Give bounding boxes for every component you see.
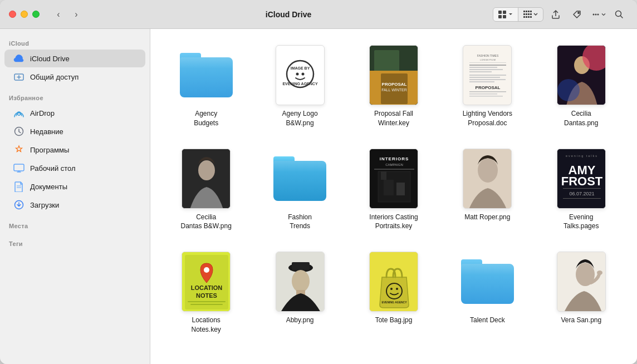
sidebar-item-downloads[interactable]: Загрузки bbox=[4, 196, 145, 214]
svg-rect-65 bbox=[374, 169, 414, 170]
file-name: LocationsNotes.key bbox=[192, 316, 221, 335]
sidebar-item-label: Общий доступ bbox=[30, 73, 79, 81]
svg-rect-51 bbox=[469, 81, 494, 82]
file-thumbnail bbox=[457, 251, 518, 312]
svg-rect-76 bbox=[563, 188, 601, 189]
svg-rect-8 bbox=[523, 13, 525, 15]
file-thumbnail bbox=[270, 251, 331, 312]
file-item-proposal-fall[interactable]: PROPOSAL FALL WINTER Proposal FallWinter… bbox=[351, 40, 436, 132]
svg-point-81 bbox=[204, 267, 209, 273]
svg-text:LOCATION: LOCATION bbox=[191, 284, 223, 291]
file-thumbnail: IMAGE BY EVENING AGENCY bbox=[270, 45, 331, 106]
file-thumbnail: evening talks AMY FROST 06.07.2021 bbox=[551, 148, 612, 209]
svg-rect-67 bbox=[384, 180, 394, 195]
sidebar-section-tags: Теги bbox=[0, 236, 150, 249]
forward-button[interactable]: › bbox=[68, 7, 84, 22]
file-thumbnail: FASHION TIMES LOREM IPSUM bbox=[457, 45, 518, 106]
sidebar-item-docs[interactable]: Документы bbox=[4, 178, 145, 195]
svg-rect-7 bbox=[530, 11, 532, 12]
sidebar-item-apps[interactable]: Программы bbox=[4, 141, 145, 159]
svg-text:LOREM IPSUM: LOREM IPSUM bbox=[480, 58, 496, 61]
svg-rect-54 bbox=[469, 94, 497, 95]
file-name: Ageny LogoB&W.png bbox=[282, 109, 318, 128]
svg-rect-5 bbox=[526, 11, 527, 12]
sidebar-item-label: Программы bbox=[30, 146, 69, 154]
share-button[interactable] bbox=[547, 6, 565, 23]
file-thumbnail bbox=[551, 45, 612, 106]
svg-rect-88 bbox=[292, 262, 310, 270]
svg-point-89 bbox=[292, 270, 310, 292]
svg-point-93 bbox=[390, 288, 393, 290]
svg-point-19 bbox=[597, 13, 599, 15]
grid-view-button[interactable] bbox=[493, 8, 518, 21]
file-thumbnail bbox=[551, 251, 612, 312]
file-item-vera-san[interactable]: Vera San.png bbox=[539, 247, 624, 339]
svg-point-71 bbox=[478, 158, 498, 183]
search-button[interactable] bbox=[610, 6, 628, 23]
svg-rect-24 bbox=[14, 164, 24, 171]
sidebar-item-desktop[interactable]: Рабочий стол bbox=[4, 159, 145, 177]
finder-window: ‹ › iCloud Drive bbox=[0, 0, 637, 364]
svg-text:NOTES: NOTES bbox=[196, 292, 217, 299]
toolbar-actions bbox=[493, 6, 628, 23]
file-item-evening-talks[interactable]: evening talks AMY FROST 06.07.2021 Eveni… bbox=[539, 144, 624, 236]
file-item-matt-roper[interactable]: Matt Roper.png bbox=[445, 144, 530, 236]
file-name: Proposal FallWinter.key bbox=[374, 109, 413, 128]
more-button[interactable] bbox=[589, 6, 607, 23]
file-thumbnail: INTERIORS CAMPAIGN bbox=[363, 148, 424, 209]
svg-rect-44 bbox=[469, 65, 506, 66]
svg-rect-84 bbox=[188, 301, 226, 302]
file-item-locations-notes[interactable]: LOCATION NOTES LocationsNotes.key bbox=[164, 247, 248, 339]
nav-buttons: ‹ › bbox=[51, 7, 84, 22]
sidebar-item-recents[interactable]: Недавние bbox=[4, 122, 145, 140]
file-item-agency-budgets[interactable]: AgencyBudgets bbox=[164, 40, 248, 132]
file-item-talent-deck[interactable]: Talent Deck bbox=[445, 247, 530, 339]
file-thumbnail bbox=[175, 45, 237, 106]
file-name: Lighting VendorsProposal.doc bbox=[463, 109, 512, 128]
file-item-tote-bag[interactable]: EVENING AGENCY Tote Bag.jpg bbox=[351, 247, 436, 339]
sidebar-item-icloud-drive[interactable]: iCloud Drive bbox=[4, 50, 145, 67]
minimize-button[interactable] bbox=[21, 11, 28, 18]
svg-point-31 bbox=[296, 73, 298, 76]
sidebar-section-places: Места bbox=[0, 218, 150, 232]
svg-point-17 bbox=[592, 13, 594, 15]
window-title: iCloud Drive bbox=[89, 10, 488, 19]
downloads-icon bbox=[13, 199, 24, 210]
svg-rect-69 bbox=[381, 171, 386, 180]
svg-text:06.07.2021: 06.07.2021 bbox=[569, 191, 594, 196]
file-name: EveningTalks.pages bbox=[564, 213, 599, 232]
file-item-abby[interactable]: Abby.png bbox=[257, 247, 342, 339]
sidebar-item-label: Недавние bbox=[30, 127, 63, 136]
file-item-lighting-vendors[interactable]: FASHION TIMES LOREM IPSUM bbox=[445, 40, 530, 132]
sidebar-item-airdrop[interactable]: AirDrop bbox=[4, 104, 145, 122]
group-view-button[interactable] bbox=[518, 8, 543, 21]
svg-point-16 bbox=[578, 12, 579, 13]
shared-icon bbox=[13, 71, 24, 82]
file-item-cecilia-dantas[interactable]: CeciliaDantas.png bbox=[539, 40, 624, 132]
file-name: Matt Roper.png bbox=[464, 213, 510, 222]
svg-rect-46 bbox=[469, 69, 503, 70]
close-button[interactable] bbox=[9, 11, 16, 18]
svg-text:FASHION TIMES: FASHION TIMES bbox=[477, 54, 499, 57]
file-item-ageny-logo[interactable]: IMAGE BY EVENING AGENCY Ageny LogoB&W.pn… bbox=[257, 40, 342, 132]
svg-rect-45 bbox=[469, 67, 497, 68]
file-item-fashion-trends[interactable]: FashionTrends bbox=[257, 144, 342, 236]
svg-text:evening talks: evening talks bbox=[566, 154, 598, 158]
svg-point-59 bbox=[557, 79, 580, 101]
file-item-interiors-casting[interactable]: INTERIORS CAMPAIGN Interiors Cast bbox=[351, 144, 436, 236]
sidebar-item-label: Документы bbox=[30, 183, 67, 191]
svg-rect-85 bbox=[190, 304, 223, 305]
file-grid: AgencyBudgets IMAGE BY bbox=[164, 40, 624, 339]
svg-text:CAMPAIGN: CAMPAIGN bbox=[385, 163, 403, 166]
svg-point-98 bbox=[597, 270, 602, 275]
svg-rect-49 bbox=[469, 77, 500, 78]
back-button[interactable]: ‹ bbox=[51, 7, 66, 22]
file-item-cecilia-bw[interactable]: CeciliaDantas B&W.png bbox=[164, 144, 248, 236]
docs-icon bbox=[13, 181, 24, 192]
tag-button[interactable] bbox=[568, 6, 586, 23]
maximize-button[interactable] bbox=[32, 11, 40, 18]
traffic-lights bbox=[9, 11, 40, 18]
svg-rect-48 bbox=[469, 75, 506, 76]
sidebar-item-shared[interactable]: Общий доступ bbox=[4, 68, 145, 86]
clock-icon bbox=[13, 126, 24, 137]
